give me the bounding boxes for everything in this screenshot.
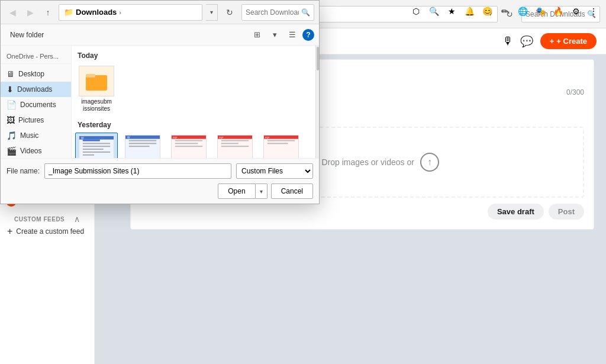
svg-rect-24 <box>221 140 249 141</box>
svg-rect-7 <box>83 152 110 153</box>
dialog-nav-documents[interactable]: 📄 Documents <box>1 97 71 112</box>
filetype-select[interactable]: Custom Files All Files <box>236 163 313 179</box>
dialog-nav-downloads[interactable]: ⬇ Downloads <box>1 82 71 97</box>
yesterday-group-label: Yesterday <box>75 120 312 133</box>
icon-8[interactable]: 🔥 <box>552 5 565 18</box>
plus-icon: + <box>7 226 12 237</box>
svg-rect-5 <box>83 146 110 147</box>
custom-feeds-label: CUSTOM FEEDS <box>14 216 65 223</box>
svg-rect-30 <box>267 140 295 141</box>
dialog-forward-button[interactable]: ▶ <box>23 5 37 20</box>
browser-toolbar-icons: ⬡ 🔍 ★ 🔔 😊 ✏ 🌐 🎭 🔥 ⚙ ⋮ <box>410 5 600 18</box>
chat-icon[interactable]: 💬 <box>520 35 533 48</box>
dialog-breadcrumb[interactable]: 📁 Downloads › <box>59 4 202 21</box>
svg-rect-15 <box>125 136 160 139</box>
svg-text:W: W <box>81 137 84 140</box>
doc-thumb-svg: W <box>79 136 114 158</box>
icon-3[interactable]: 🔔 <box>463 5 476 18</box>
sidebar-item-create-feed[interactable]: + Create a custom feed <box>7 224 87 239</box>
dialog-nav-pictures[interactable]: 🖼 Pictures <box>1 112 71 128</box>
dialog-files-area: Today imagesubm issionsites Yesterday <box>72 46 315 158</box>
view-split-button[interactable]: ▾ <box>267 27 282 43</box>
svg-rect-4 <box>83 143 110 144</box>
mic-icon[interactable]: 🎙 <box>502 35 513 47</box>
footer-row1: File name: Custom Files All Files <box>7 163 313 179</box>
dialog-search[interactable]: 🔍 <box>241 4 314 21</box>
svg-rect-6 <box>83 149 104 150</box>
dialog-nav-music[interactable]: 🎵 Music <box>1 128 71 143</box>
file-thumb: W <box>79 136 114 158</box>
icon-9[interactable]: ⚙ <box>569 5 582 18</box>
file-thumb <box>79 66 114 96</box>
post-footer: Save draft Post <box>140 204 584 220</box>
icon-5[interactable]: ✏ <box>498 5 511 18</box>
icon-7[interactable]: 🎭 <box>534 5 547 18</box>
new-folder-button[interactable]: New folder <box>5 29 49 41</box>
dialog-nav-videos[interactable]: 🎬 Videos <box>1 143 71 158</box>
dialog-path: Downloads <box>76 8 117 17</box>
scroll-indicator <box>315 46 319 158</box>
dialog-back-button[interactable]: ◀ <box>5 5 20 20</box>
file-item-pdf3[interactable]: PDF PDF Submission Sites <box>260 133 302 158</box>
scrollbar-thumb[interactable] <box>317 47 319 70</box>
cancel-button[interactable]: Cancel <box>271 183 313 199</box>
svg-rect-3 <box>83 140 100 141</box>
svg-rect-18 <box>175 140 202 141</box>
icon-6[interactable]: 🌐 <box>516 5 529 18</box>
file-thumb: PDF <box>217 135 253 158</box>
svg-rect-1 <box>86 74 95 78</box>
file-item-pdf1[interactable]: PDF pdfsubmissionsites <box>167 133 210 158</box>
help-button[interactable]: ? <box>302 29 314 41</box>
folder-thumb-svg <box>85 69 108 93</box>
dialog-nav-desktop[interactable]: 🖥 Desktop <box>1 66 71 82</box>
file-thumb: PDF <box>263 135 299 158</box>
dialog-nav: OneDrive - Pers... 🖥 Desktop ⬇ Downloads… <box>1 46 72 158</box>
create-label: + Create <box>556 37 587 46</box>
file-item-doc2[interactable]: W _Image Submission Sites <box>121 133 164 158</box>
today-group-label: Today <box>75 50 312 63</box>
dialog-dropdown-button[interactable]: ▾ <box>206 4 218 21</box>
file-thumb: PDF <box>171 135 207 158</box>
dialog-body: OneDrive - Pers... 🖥 Desktop ⬇ Downloads… <box>1 46 319 158</box>
file-name: imagesubm issionsites <box>75 98 118 112</box>
footer-row2: Open ▾ Cancel <box>7 183 313 199</box>
svg-rect-26 <box>221 146 249 147</box>
svg-rect-19 <box>175 143 198 144</box>
svg-rect-8 <box>83 154 94 156</box>
pdf2-thumb-svg: PDF <box>218 135 252 158</box>
dialog-search-input[interactable] <box>246 8 299 17</box>
icon-2[interactable]: ★ <box>445 5 458 18</box>
file-item-pdf2[interactable]: PDF PDF Submission Sites (1) <box>214 133 256 158</box>
collapse-icon[interactable]: ∧ <box>74 214 80 224</box>
svg-text:PDF: PDF <box>265 137 270 139</box>
file-thumb: W <box>125 135 160 158</box>
svg-text:W: W <box>127 136 130 139</box>
post-button[interactable]: Post <box>549 204 584 220</box>
dialog-up-button[interactable]: ↑ <box>41 5 55 20</box>
split-view-button[interactable]: ☰ <box>285 27 300 43</box>
svg-rect-13 <box>129 143 156 144</box>
file-dialog: ◀ ▶ ↑ 📁 Downloads › ▾ ↻ 🔍 New folder ⊞ ▾… <box>0 0 320 204</box>
svg-text:PDF: PDF <box>173 137 178 139</box>
icon-4[interactable]: 😊 <box>481 5 494 18</box>
icon-10[interactable]: ⋮ <box>587 5 600 18</box>
upload-icon[interactable]: ↑ <box>420 153 439 172</box>
svg-rect-14 <box>129 146 150 147</box>
open-dropdown-button[interactable]: ▾ <box>256 183 267 199</box>
icon-0[interactable]: ⬡ <box>410 5 423 18</box>
create-button[interactable]: + + Create <box>540 33 597 49</box>
svg-rect-12 <box>129 140 156 141</box>
music-icon: 🎵 <box>7 131 17 140</box>
open-button[interactable]: Open <box>218 183 255 199</box>
today-files-grid: imagesubm issionsites <box>75 63 312 120</box>
save-draft-button[interactable]: Save draft <box>488 204 544 220</box>
filename-input[interactable] <box>44 163 231 179</box>
dialog-refresh-button[interactable]: ↻ <box>221 4 238 21</box>
icon-1[interactable]: 🔍 <box>427 5 440 18</box>
view-icon-button[interactable]: ⊞ <box>249 27 265 43</box>
pdf1-thumb-svg: PDF <box>172 135 206 158</box>
pictures-icon: 🖼 <box>7 115 15 125</box>
file-item-doc-selected[interactable]: W _Image Submission Sites (1) <box>75 133 118 158</box>
file-item-folder[interactable]: imagesubm issionsites <box>75 63 118 115</box>
svg-rect-25 <box>221 143 238 144</box>
